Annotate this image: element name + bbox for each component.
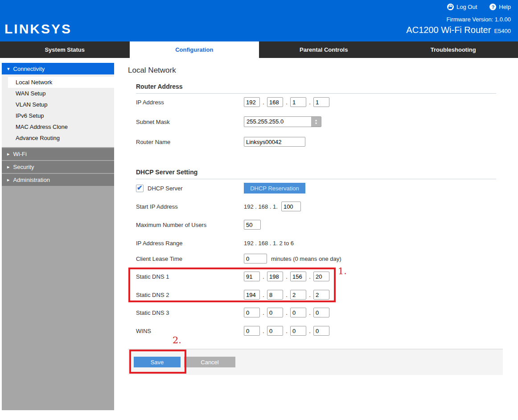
help-button[interactable]: ? Help <box>489 4 511 10</box>
sidebar-item-wan-setup[interactable]: WAN Setup <box>2 88 114 99</box>
dns1-octet-1-input[interactable] <box>244 272 260 281</box>
connectivity-sublist: Local Network WAN Setup VLAN Setup IPv6 … <box>2 74 114 147</box>
row-max-users: Maximum Number of Users <box>136 219 261 230</box>
start-ip-label: Start IP Address <box>136 203 244 210</box>
logout-label: Log Out <box>456 4 477 10</box>
logout-button[interactable]: Log Out <box>447 4 477 10</box>
row-client-lease: Client Lease Time minutes (0 means one d… <box>136 253 341 264</box>
linksys-logo: LINKSYS <box>4 21 72 37</box>
dhcp-server-checkbox[interactable] <box>136 185 144 192</box>
wins-label: WINS <box>136 328 244 334</box>
dot-separator: . <box>283 328 290 334</box>
static-dns2-label: Static DNS 2 <box>136 292 244 298</box>
tab-system-status[interactable]: System Status <box>0 41 130 58</box>
connectivity-label: Connectivity <box>13 66 45 72</box>
question-icon: ? <box>489 4 496 10</box>
tab-configuration[interactable]: Configuration <box>130 41 259 58</box>
administration-label: Administration <box>13 177 50 183</box>
sidebar-group-wifi[interactable]: Wi-Fi <box>2 148 114 160</box>
dhcp-server-label: DHCP Server <box>148 185 183 192</box>
ip-range-value: 192 . 168 . 1. 2 to 6 <box>244 240 294 247</box>
row-subnet-mask: Subnet Mask 255.255.255.0 ▲▼ <box>136 116 321 127</box>
wins-octet-4-input[interactable] <box>313 326 329 336</box>
row-ip-range: IP Address Range 192 . 168 . 1. 2 to 6 <box>136 238 294 248</box>
save-button[interactable]: Save <box>134 357 181 367</box>
sidebar-item-ipv6-setup[interactable]: IPv6 Setup <box>2 110 114 121</box>
ip-range-label: IP Address Range <box>136 240 244 247</box>
security-label: Security <box>13 164 34 170</box>
static-dns1-label: Static DNS 1 <box>136 273 244 280</box>
row-router-name: Router Name <box>136 136 305 147</box>
sidebar-item-local-network[interactable]: Local Network <box>8 77 114 88</box>
dhcp-reservation-button[interactable]: DHCP Reservation <box>244 183 305 194</box>
row-static-dns3: Static DNS 3 . . . <box>136 307 329 318</box>
section-dhcp-server-setting: DHCP Server Setting <box>136 169 496 179</box>
router-admin-page: LINKSYS Log Out ? Help Firmware Version:… <box>0 0 518 420</box>
dns3-octet-1-input[interactable] <box>244 308 260 317</box>
dot-separator: . <box>283 309 290 316</box>
ip-octet-3-input[interactable] <box>290 97 306 107</box>
dns3-octet-4-input[interactable] <box>313 308 329 317</box>
sidebar-group-security[interactable]: Security <box>2 161 114 173</box>
tab-parental-controls[interactable]: Parental Controls <box>259 41 389 58</box>
max-users-label: Maximum Number of Users <box>136 222 244 228</box>
cancel-button[interactable]: Cancel <box>184 357 235 367</box>
ip-octet-1-input[interactable] <box>244 97 260 107</box>
sidebar-item-mac-address-clone[interactable]: MAC Address Clone <box>2 121 114 132</box>
subnet-mask-label: Subnet Mask <box>136 119 244 125</box>
max-users-input[interactable] <box>244 220 261 230</box>
action-bar: Save Cancel <box>128 349 503 375</box>
row-static-dns1: Static DNS 1 . . . <box>136 271 329 282</box>
start-ip-input[interactable] <box>281 202 301 211</box>
header: LINKSYS Log Out ? Help Firmware Version:… <box>0 0 518 41</box>
dot-separator: . <box>260 328 267 334</box>
help-label: Help <box>499 4 511 10</box>
dot-separator: . <box>306 328 313 334</box>
sidebar-item-vlan-setup[interactable]: VLAN Setup <box>2 99 114 110</box>
dot-separator: . <box>306 273 313 280</box>
product-title: AC1200 Wi-Fi Router E5400 <box>406 25 511 35</box>
row-start-ip: Start IP Address 192 . 168 . 1. <box>136 201 301 212</box>
tab-troubleshooting[interactable]: Troubleshooting <box>389 41 518 58</box>
wins-octet-1-input[interactable] <box>244 326 260 336</box>
row-static-dns2: Static DNS 2 . . . <box>136 289 329 300</box>
wins-octet-2-input[interactable] <box>267 326 283 336</box>
up-down-spinner-icon[interactable]: ▲▼ <box>311 117 321 127</box>
dns3-octet-2-input[interactable] <box>267 308 283 317</box>
sidebar-group-connectivity[interactable]: Connectivity <box>2 63 114 74</box>
router-name-input[interactable] <box>244 137 305 147</box>
dot-separator: . <box>306 292 313 298</box>
dns3-octet-3-input[interactable] <box>290 308 306 317</box>
dns2-octet-2-input[interactable] <box>267 290 283 300</box>
dot-separator: . <box>260 99 267 106</box>
dot-separator: . <box>283 273 290 280</box>
ip-octet-4-input[interactable] <box>313 97 329 107</box>
client-lease-input[interactable] <box>244 254 267 264</box>
router-name-label: Router Name <box>136 139 244 145</box>
dns2-octet-3-input[interactable] <box>290 290 306 300</box>
client-lease-suffix: minutes (0 means one day) <box>271 255 341 262</box>
main-tabbar: System Status Configuration Parental Con… <box>0 41 518 58</box>
dns2-octet-4-input[interactable] <box>313 290 329 300</box>
sidebar-group-administration[interactable]: Administration <box>2 174 114 186</box>
ip-octet-2-input[interactable] <box>267 97 283 107</box>
row-dhcp-server: DHCP Server DHCP Reservation <box>136 183 305 194</box>
subnet-mask-value: 255.255.255.0 <box>244 117 311 127</box>
wins-octet-3-input[interactable] <box>290 326 306 336</box>
dns2-octet-1-input[interactable] <box>244 290 260 300</box>
sidebar-item-advance-routing[interactable]: Advance Routing <box>2 132 114 144</box>
dns1-octet-4-input[interactable] <box>313 272 329 281</box>
dns1-octet-3-input[interactable] <box>290 272 306 281</box>
row-wins: WINS . . . <box>136 325 329 336</box>
dot-separator: . <box>306 99 313 106</box>
client-lease-label: Client Lease Time <box>136 255 244 262</box>
page-title: Local Network <box>128 66 176 75</box>
dot-separator: . <box>283 99 290 106</box>
dns1-octet-2-input[interactable] <box>267 272 283 281</box>
product-model: E5400 <box>494 28 511 34</box>
dot-separator: . <box>283 292 290 298</box>
subnet-mask-select[interactable]: 255.255.255.0 ▲▼ <box>244 116 321 127</box>
wifi-label: Wi-Fi <box>13 151 27 157</box>
dot-separator: . <box>306 309 313 316</box>
ip-address-label: IP Address <box>136 99 244 106</box>
